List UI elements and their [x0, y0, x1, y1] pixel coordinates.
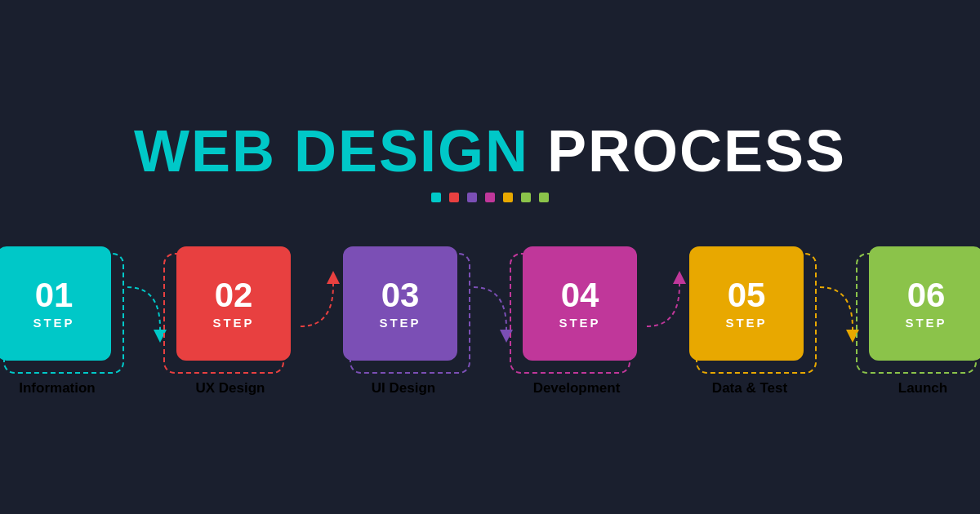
step-box-3: 03STEP: [343, 246, 464, 367]
step-label-6: STEP: [905, 316, 947, 330]
step-number-5: 05: [728, 278, 766, 312]
step-wrapper-3: 03STEPUI Design: [333, 246, 474, 397]
step-number-4: 04: [561, 278, 599, 312]
arrow-connector: [301, 246, 333, 367]
step-name-1: Information: [19, 380, 96, 397]
step-number-1: 01: [35, 278, 74, 312]
step-label-2: STEP: [212, 316, 254, 330]
step-number-2: 02: [215, 278, 253, 312]
step-box-6: 06STEP: [862, 246, 980, 367]
step-label-3: STEP: [379, 316, 421, 330]
step-wrapper-6: 06STEPLaunch: [853, 246, 980, 397]
step-name-5: Data & Test: [712, 380, 787, 397]
step-box-2: 02STEP: [170, 246, 291, 367]
step-number-3: 03: [381, 278, 420, 312]
title-area: WEB DESIGN PROCESS: [134, 117, 846, 232]
arrow-connector: [474, 246, 506, 367]
step-name-4: Development: [533, 380, 621, 397]
arrow-connector: [127, 246, 160, 367]
step-inner-5: 05STEP: [689, 246, 804, 361]
dot: [467, 193, 477, 202]
title-process: PROCESS: [547, 117, 846, 184]
arrow-connector: [647, 246, 679, 367]
step-box-4: 04STEP: [516, 246, 637, 367]
step-inner-1: 01STEP: [0, 246, 111, 361]
step-label-5: STEP: [725, 316, 767, 330]
step-number-6: 06: [907, 278, 946, 312]
step-label-1: STEP: [33, 316, 74, 330]
steps-container: 01STEPInformation02STEPUX Design03STEPUI…: [0, 246, 980, 397]
dot: [485, 193, 495, 202]
dot: [521, 193, 531, 202]
step-inner-6: 06STEP: [869, 246, 980, 361]
arrow-connector: [820, 246, 853, 367]
step-box-1: 01STEP: [0, 246, 118, 367]
step-name-3: UI Design: [372, 380, 435, 397]
step-name-6: Launch: [898, 380, 947, 397]
step-wrapper-4: 04STEPDevelopment: [506, 246, 647, 397]
step-label-4: STEP: [559, 316, 600, 330]
dot: [503, 193, 513, 202]
title-line: WEB DESIGN PROCESS: [134, 117, 846, 184]
step-wrapper-1: 01STEPInformation: [0, 246, 127, 397]
dot: [449, 193, 459, 202]
step-inner-4: 04STEP: [523, 246, 637, 361]
step-wrapper-2: 02STEPUX Design: [160, 246, 301, 397]
step-wrapper-5: 05STEPData & Test: [679, 246, 820, 397]
dot: [431, 193, 441, 202]
step-box-5: 05STEP: [689, 246, 810, 367]
dot: [539, 193, 549, 202]
step-name-2: UX Design: [195, 380, 265, 397]
step-inner-3: 03STEP: [343, 246, 457, 361]
dots-row: [134, 193, 846, 202]
title-web-design: WEB DESIGN: [134, 117, 529, 184]
step-inner-2: 02STEP: [176, 246, 291, 361]
